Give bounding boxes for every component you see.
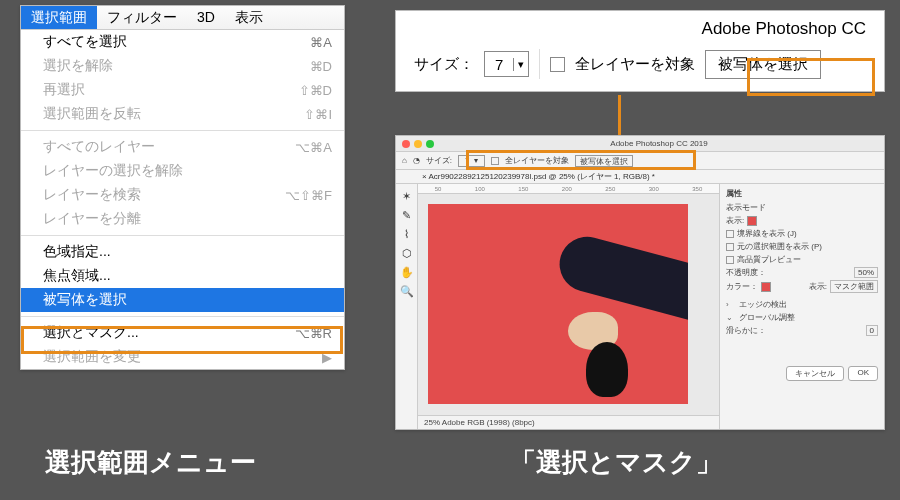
size-select-mini[interactable]: 7▾ (458, 155, 484, 167)
menu-item-inverse: 選択範囲を反転⇧⌘I (21, 102, 344, 126)
separator (539, 49, 540, 79)
menubar-item-filter[interactable]: フィルター (97, 6, 187, 29)
document-tab[interactable]: × Acr99022892125120239978l.psd @ 25% (レイ… (396, 170, 884, 184)
menu-item-color-range[interactable]: 色域指定... (21, 240, 344, 264)
window-controls[interactable] (396, 140, 434, 148)
window-titlebar: Adobe Photoshop CC 2019 (396, 136, 884, 152)
opacity-value[interactable]: 50% (854, 267, 878, 278)
app-title: Adobe Photoshop CC (396, 17, 884, 49)
all-layers-checkbox-mini[interactable] (491, 157, 499, 165)
size-select[interactable]: 7 ▾ (484, 51, 529, 77)
edge-detection-section[interactable]: ›エッジの検出 (726, 299, 878, 310)
canvas-area[interactable] (418, 194, 719, 415)
menubar-item-view[interactable]: 表示 (225, 6, 273, 29)
color-swatch[interactable] (761, 282, 771, 292)
canvas-image (428, 204, 688, 404)
menu-item-deselect-layers: レイヤーの選択を解除 (21, 159, 344, 183)
ruler-horizontal: 50100150200250300350 (418, 184, 719, 194)
global-adjust-header[interactable]: ⌄グローバル調整 (726, 312, 878, 323)
selection-menu-panel: 選択範囲 フィルター 3D 表示 すべてを選択⌘A 選択を解除⌘D 再選択⇧⌘D… (20, 5, 345, 370)
zoom-tool-icon[interactable]: 🔍 (399, 283, 415, 299)
properties-panel: 属性 表示モード 表示: 境界線を表示 (J) 元の選択範囲を表示 (P) 高品… (719, 184, 884, 429)
hq-preview-checkbox[interactable] (726, 256, 734, 264)
cancel-button[interactable]: キャンセル (786, 366, 844, 381)
tools-panel: ✶ ✎ ⌇ ⬡ ✋ 🔍 (396, 184, 418, 429)
size-label: サイズ： (414, 55, 474, 74)
size-label-mini: サイズ: (426, 155, 452, 166)
menu-item-select-all[interactable]: すべてを選択⌘A (21, 30, 344, 54)
hand-tool-icon[interactable]: ✋ (399, 264, 415, 280)
menu-item-isolate-layers: レイヤーを分離 (21, 207, 344, 231)
polygon-lasso-tool-icon[interactable]: ⬡ (399, 245, 415, 261)
menu-item-select-and-mask[interactable]: 選択とマスク...⌥⌘R (21, 321, 344, 345)
menubar-item-selection[interactable]: 選択範囲 (21, 6, 97, 29)
select-subject-button[interactable]: 被写体を選択 (705, 50, 821, 79)
menu-dropdown: すべてを選択⌘A 選択を解除⌘D 再選択⇧⌘D 選択範囲を反転⇧⌘I すべてのレ… (21, 30, 344, 369)
options-bar-zoom: Adobe Photoshop CC サイズ： 7 ▾ 全レイヤーを対象 被写体… (395, 10, 885, 92)
menu-item-find-layers: レイヤーを検索⌥⇧⌘F (21, 183, 344, 207)
menu-item-reselect: 再選択⇧⌘D (21, 78, 344, 102)
ok-button[interactable]: OK (848, 366, 878, 381)
select-subject-button-mini[interactable]: 被写体を選択 (575, 155, 633, 167)
menu-item-select-subject[interactable]: 被写体を選択 (21, 288, 344, 312)
caption-left: 選択範囲メニュー (45, 445, 256, 480)
menu-item-all-layers: すべてのレイヤー⌥⌘A (21, 135, 344, 159)
menu-separator (21, 130, 344, 131)
brush-tool-icon[interactable]: ✎ (399, 207, 415, 223)
all-layers-checkbox[interactable] (550, 57, 565, 72)
caption-right: 「選択とマスク」 (510, 445, 722, 480)
menu-separator (21, 316, 344, 317)
lasso-tool-icon[interactable]: ⌇ (399, 226, 415, 242)
all-layers-label-mini: 全レイヤーを対象 (505, 155, 569, 166)
photoshop-window: Adobe Photoshop CC 2019 ⌂ ◔ サイズ: 7▾ 全レイヤ… (395, 135, 885, 430)
properties-title: 属性 (726, 188, 878, 199)
menubar: 選択範囲 フィルター 3D 表示 (21, 6, 344, 30)
show-edge-checkbox[interactable] (726, 230, 734, 238)
home-icon[interactable]: ⌂ (402, 156, 407, 165)
show-original-checkbox[interactable] (726, 243, 734, 251)
global-adjust-section: ⌄グローバル調整 滑らかに：0 (726, 312, 878, 336)
menubar-item-3d[interactable]: 3D (187, 6, 225, 29)
view-mode-label: 表示モード (726, 202, 878, 213)
smooth-value[interactable]: 0 (866, 325, 878, 336)
view-swatch[interactable] (747, 216, 757, 226)
menu-item-focus-area[interactable]: 焦点領域... (21, 264, 344, 288)
indicate-select[interactable]: マスク範囲 (830, 280, 878, 293)
menu-item-modify-selection: 選択範囲を変更▶ (21, 345, 344, 369)
all-layers-label: 全レイヤーを対象 (575, 55, 695, 74)
tool-icon[interactable]: ◔ (413, 156, 420, 165)
menu-item-deselect: 選択を解除⌘D (21, 54, 344, 78)
window-title: Adobe Photoshop CC 2019 (434, 139, 884, 148)
chevron-down-icon: ▾ (513, 58, 528, 71)
status-bar: 25% Adobe RGB (1998) (8bpc) (418, 415, 719, 429)
image-arm (553, 231, 688, 323)
menu-separator (21, 235, 344, 236)
quick-select-tool-icon[interactable]: ✶ (399, 188, 415, 204)
options-bar: ⌂ ◔ サイズ: 7▾ 全レイヤーを対象 被写体を選択 (396, 152, 884, 170)
image-mouse (586, 342, 628, 397)
